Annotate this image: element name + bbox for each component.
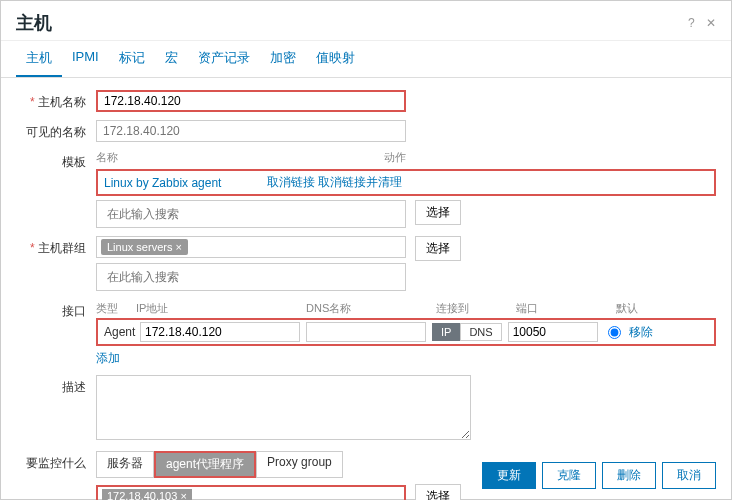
connect-dns-btn[interactable]: DNS bbox=[460, 323, 501, 341]
hostgroup-select[interactable]: Linux servers × bbox=[96, 236, 406, 258]
tab-ipmi[interactable]: IPMI bbox=[62, 41, 109, 77]
template-header-action: 动作 bbox=[384, 150, 406, 165]
iface-h-port: 端口 bbox=[516, 301, 616, 316]
label-monitored-by: 要监控什么 bbox=[16, 451, 96, 472]
host-dialog: 主机 ? ✕ 主机 IPMI 标记 宏 资产记录 加密 值映射 主机名称 可见的… bbox=[0, 0, 732, 500]
iface-header: 类型 IP地址 DNS名称 连接到 端口 默认 bbox=[96, 299, 716, 318]
close-icon[interactable]: ✕ bbox=[706, 16, 716, 30]
template-header-name: 名称 bbox=[96, 150, 384, 165]
iface-dns-input[interactable] bbox=[306, 322, 426, 342]
visiblename-input[interactable] bbox=[96, 120, 406, 142]
label-hostgroups: 主机群组 bbox=[16, 236, 96, 257]
label-interfaces: 接口 bbox=[16, 299, 96, 320]
iface-ip-input[interactable] bbox=[140, 322, 300, 342]
cancel-button[interactable]: 取消 bbox=[662, 462, 716, 489]
tabs: 主机 IPMI 标记 宏 资产记录 加密 值映射 bbox=[1, 41, 731, 78]
add-interface-link[interactable]: 添加 bbox=[96, 350, 120, 367]
hostgroup-search-input[interactable] bbox=[101, 266, 201, 288]
hostgroup-tag[interactable]: Linux servers × bbox=[101, 239, 188, 255]
template-box: Linux by Zabbix agent 取消链接 取消链接并清理 bbox=[96, 169, 716, 196]
label-hostname: 主机名称 bbox=[16, 90, 96, 111]
iface-default-radio[interactable] bbox=[608, 326, 621, 339]
iface-type: Agent bbox=[100, 325, 140, 339]
label-description: 描述 bbox=[16, 375, 96, 396]
iface-h-default: 默认 bbox=[616, 301, 656, 316]
iface-h-type: 类型 bbox=[96, 301, 136, 316]
connect-to-toggle: IP DNS bbox=[432, 323, 502, 341]
iface-port-input[interactable] bbox=[508, 322, 598, 342]
interface-row: Agent IP DNS 移除 bbox=[96, 318, 716, 346]
template-search-input[interactable] bbox=[101, 203, 201, 225]
opt-proxy[interactable]: agent代理程序 bbox=[154, 451, 256, 478]
help-icon[interactable]: ? bbox=[688, 16, 695, 30]
update-button[interactable]: 更新 bbox=[482, 462, 536, 489]
tab-host[interactable]: 主机 bbox=[16, 41, 62, 77]
template-search[interactable] bbox=[96, 200, 406, 228]
header-actions: ? ✕ bbox=[680, 16, 716, 30]
form: 主机名称 可见的名称 模板 名称 动作 Linux by Zabbix agen… bbox=[1, 78, 731, 500]
proxy-select[interactable]: 172.18.40.103 × bbox=[96, 485, 406, 500]
clone-button[interactable]: 克隆 bbox=[542, 462, 596, 489]
connect-ip-btn[interactable]: IP bbox=[432, 323, 460, 341]
hostgroup-select-btn[interactable]: 选择 bbox=[415, 236, 461, 261]
footer: 更新 克隆 删除 取消 bbox=[467, 452, 731, 499]
label-visiblename: 可见的名称 bbox=[16, 120, 96, 141]
template-header: 名称 动作 bbox=[96, 150, 406, 165]
proxy-tag[interactable]: 172.18.40.103 × bbox=[102, 489, 192, 500]
template-select-btn[interactable]: 选择 bbox=[415, 200, 461, 225]
delete-button[interactable]: 删除 bbox=[602, 462, 656, 489]
label-templates: 模板 bbox=[16, 150, 96, 171]
tab-valuemaps[interactable]: 值映射 bbox=[306, 41, 365, 77]
template-link[interactable]: Linux by Zabbix agent bbox=[104, 176, 267, 190]
tab-macros[interactable]: 宏 bbox=[155, 41, 188, 77]
description-textarea[interactable] bbox=[96, 375, 471, 440]
monitored-by-group: 服务器 agent代理程序 Proxy group bbox=[96, 451, 343, 478]
dialog-title: 主机 bbox=[16, 11, 52, 35]
tab-encryption[interactable]: 加密 bbox=[260, 41, 306, 77]
hostname-input[interactable] bbox=[96, 90, 406, 112]
iface-remove-link[interactable]: 移除 bbox=[629, 324, 653, 341]
template-unlink[interactable]: 取消链接 bbox=[267, 174, 315, 191]
opt-proxy-group[interactable]: Proxy group bbox=[256, 451, 343, 478]
dialog-header: 主机 ? ✕ bbox=[1, 1, 731, 41]
iface-h-dns: DNS名称 bbox=[306, 301, 436, 316]
opt-server[interactable]: 服务器 bbox=[96, 451, 154, 478]
tab-inventory[interactable]: 资产记录 bbox=[188, 41, 260, 77]
template-unlink-clear[interactable]: 取消链接并清理 bbox=[318, 174, 402, 191]
tab-tags[interactable]: 标记 bbox=[109, 41, 155, 77]
iface-h-ip: IP地址 bbox=[136, 301, 306, 316]
iface-h-connect: 连接到 bbox=[436, 301, 516, 316]
proxy-select-btn[interactable]: 选择 bbox=[415, 484, 461, 500]
hostgroup-search[interactable] bbox=[96, 263, 406, 291]
